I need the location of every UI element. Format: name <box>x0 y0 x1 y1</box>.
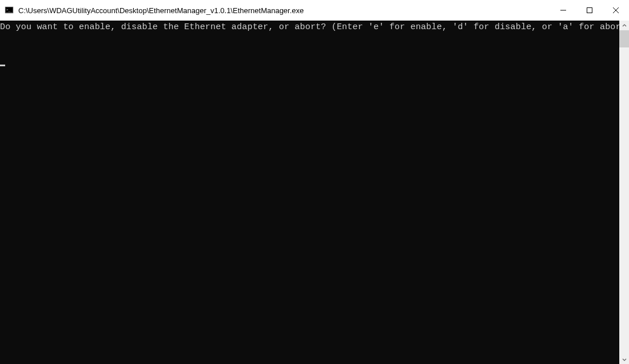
console-area: Do you want to enable, disable the Ether… <box>0 21 629 364</box>
chevron-up-icon <box>622 21 627 30</box>
svg-rect-4 <box>587 8 592 13</box>
console-window: >_ C:\Users\WDAGUtilityAccount\Desktop\E… <box>0 0 629 364</box>
prompt-text: Do you want to enable, disable the Ether… <box>0 22 619 33</box>
window-controls <box>550 0 629 21</box>
minimize-button[interactable] <box>550 0 576 21</box>
maximize-button[interactable] <box>576 0 603 21</box>
chevron-down-icon <box>622 355 627 363</box>
vertical-scrollbar[interactable] <box>619 21 629 364</box>
app-icon: >_ <box>5 6 14 15</box>
window-title: C:\Users\WDAGUtilityAccount\Desktop\Ethe… <box>18 6 550 15</box>
text-cursor <box>0 65 5 66</box>
scroll-up-button[interactable] <box>619 21 629 30</box>
console-output[interactable]: Do you want to enable, disable the Ether… <box>0 21 619 364</box>
scroll-track[interactable] <box>619 30 629 354</box>
scroll-thumb[interactable] <box>619 30 629 47</box>
titlebar[interactable]: >_ C:\Users\WDAGUtilityAccount\Desktop\E… <box>0 0 629 21</box>
close-button[interactable] <box>603 0 629 21</box>
svg-text:>_: >_ <box>6 7 11 12</box>
scroll-down-button[interactable] <box>619 354 629 364</box>
